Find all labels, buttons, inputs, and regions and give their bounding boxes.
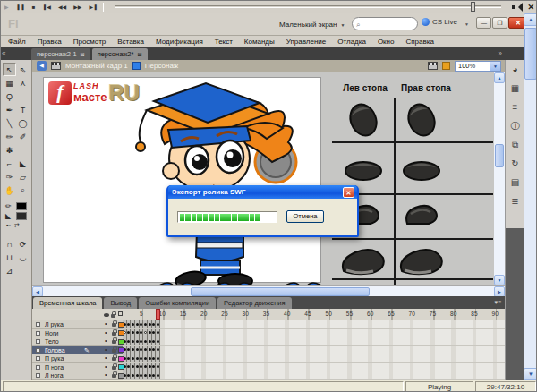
paint-bucket-tool[interactable]: ◣	[16, 157, 30, 170]
close-tab-icon[interactable]: ⊠	[137, 51, 141, 57]
layer-color-swatch[interactable]	[118, 322, 124, 328]
timeline-tab[interactable]: Вывод	[104, 297, 137, 309]
line-tool[interactable]: ╲	[3, 116, 16, 130]
seek-handle[interactable]	[471, 2, 475, 12]
timeline-frame-ruler[interactable]: 51015202530354045505560657075808590	[32, 309, 505, 320]
menu-item-Отладка[interactable]: Отладка	[337, 38, 366, 46]
menu-item-Вставка[interactable]: Вставка	[117, 38, 144, 46]
info-panel-icon[interactable]: ⓘ	[506, 116, 524, 135]
rotate-option[interactable]: ⟳	[16, 237, 30, 251]
edit-symbol-icon[interactable]	[442, 62, 450, 70]
playhead-marker[interactable]	[156, 309, 160, 320]
cs-live-button[interactable]: CS Live	[422, 18, 457, 26]
timeline-tab[interactable]: Редактор движения	[217, 297, 292, 309]
eyedropper-tool[interactable]: ✑	[3, 170, 16, 183]
layer-frames[interactable]	[123, 329, 505, 338]
layer-color-swatch[interactable]	[118, 364, 124, 370]
forward-button[interactable]: ▶▶	[73, 1, 81, 13]
layer-lock-icon[interactable]	[112, 349, 116, 353]
stroke-color-swatch[interactable]	[16, 202, 27, 210]
bone-tool[interactable]: ⌐	[3, 157, 16, 170]
rewind-button[interactable]: ◀◀	[58, 1, 66, 13]
layer-visibility-dot[interactable]: •	[105, 354, 107, 361]
3d-rotation-tool[interactable]: ⋏	[16, 76, 30, 89]
subselection-tool[interactable]: ⇖	[16, 63, 30, 76]
layer-lock-icon[interactable]	[112, 323, 116, 327]
edit-scene-icon[interactable]	[428, 62, 438, 70]
eraser-tool[interactable]: ▱	[16, 170, 30, 183]
layer-frames[interactable]	[123, 363, 505, 372]
layer-lock-icon[interactable]	[112, 332, 116, 336]
layer-frames[interactable]	[123, 337, 505, 346]
layer-name-cell[interactable]: Л рука•	[32, 320, 123, 329]
breadcrumb-symbol[interactable]: Персонаж	[145, 62, 178, 70]
layer-frames[interactable]	[123, 320, 505, 329]
show-hide-layers-icon[interactable]	[104, 313, 109, 317]
layer-visibility-dot[interactable]: •	[105, 371, 107, 378]
stage-pasteboard[interactable]: f LASH масте RU	[32, 72, 494, 285]
layer-lock-icon[interactable]	[112, 357, 116, 361]
dialog-close-button[interactable]: ✕	[343, 187, 354, 198]
playhead-line[interactable]	[158, 320, 159, 380]
close-button[interactable]: ✕	[508, 17, 524, 29]
chevron-down-icon[interactable]: ▼	[465, 21, 469, 27]
align-panel-icon[interactable]: ≡	[506, 98, 524, 116]
restore-button[interactable]: ❐	[492, 17, 507, 29]
pause-button[interactable]: ❚❚	[16, 1, 25, 13]
close-tab-icon[interactable]: ⊠	[81, 51, 85, 57]
layer-frames[interactable]	[123, 354, 505, 363]
scroll-thumb[interactable]	[191, 287, 370, 296]
stop-button[interactable]: ■	[32, 1, 36, 13]
player-vertical-scrollbar[interactable]: ▲ ▼	[524, 13, 537, 380]
stage-vertical-scrollbar[interactable]: ▲ ▼	[494, 72, 505, 285]
color-panel-icon[interactable]: ◕	[506, 60, 524, 79]
player-close-button[interactable]: ✕	[527, 3, 534, 12]
workspace-switcher[interactable]: Маленький экран ▼	[275, 18, 349, 31]
scroll-thumb[interactable]	[495, 144, 504, 167]
layer-visibility-dot[interactable]: •	[105, 320, 107, 327]
layer-name-cell[interactable]: П рука•	[32, 354, 123, 363]
layer-color-swatch[interactable]	[118, 339, 124, 345]
layer-name-cell[interactable]: Голова✎•	[32, 346, 123, 355]
document-tab[interactable]: персонаж2*⊠	[92, 48, 148, 60]
layer-name-cell[interactable]: Тело•	[32, 337, 123, 346]
layer-lock-icon[interactable]	[112, 374, 116, 378]
fill-color-swatch[interactable]	[16, 212, 27, 220]
default-colors-icon[interactable]: ▪▫	[6, 222, 11, 229]
scroll-thumb[interactable]	[524, 28, 537, 80]
menu-item-Справка[interactable]: Справка	[405, 38, 433, 46]
menu-item-Окно[interactable]: Окно	[378, 38, 395, 46]
menu-item-Команды[interactable]: Команды	[244, 38, 275, 46]
seek-bar[interactable]	[115, 5, 501, 8]
layer-visibility-dot[interactable]: •	[105, 346, 107, 353]
stage[interactable]	[43, 77, 321, 283]
timeline-tab[interactable]: Временная шкала	[33, 297, 102, 309]
layer-color-swatch[interactable]	[118, 330, 124, 336]
scroll-up-icon[interactable]: ▲	[494, 72, 505, 83]
menu-item-Управление[interactable]: Управление	[286, 38, 326, 46]
layer-name-cell[interactable]: П нога•	[32, 363, 123, 372]
minimize-button[interactable]: —	[476, 17, 491, 29]
scroll-up-icon[interactable]: ▲	[524, 13, 537, 26]
smooth-option[interactable]: ◡	[16, 251, 30, 264]
layer-visibility-dot[interactable]: •	[105, 337, 107, 344]
lock-layers-icon[interactable]	[111, 314, 115, 318]
overflow-tabs-icon[interactable]: »	[499, 49, 502, 57]
stage-horizontal-scrollbar[interactable]: ◀ ▶	[32, 285, 505, 296]
layer-frames[interactable]	[123, 346, 505, 355]
deco-tool[interactable]: ✽	[3, 143, 16, 157]
cancel-button[interactable]: Отмена	[286, 210, 324, 223]
layer-name-cell[interactable]: Л нога•	[32, 371, 123, 380]
layer-visibility-dot[interactable]: •	[105, 363, 107, 370]
hand-tool[interactable]: ✋	[3, 183, 16, 197]
next-frame-button[interactable]: ▶❚	[89, 1, 98, 13]
panel-menu-icon[interactable]: ▾≡	[494, 299, 501, 306]
menu-item-Правка[interactable]: Правка	[38, 38, 62, 46]
scroll-down-icon[interactable]: ▼	[524, 368, 537, 380]
text-tool[interactable]: T	[16, 103, 30, 116]
pen-tool[interactable]: ✒	[3, 103, 16, 116]
swatches-panel-icon[interactable]: ▦	[506, 79, 524, 98]
layer-lock-icon[interactable]	[112, 340, 116, 344]
timeline-tab[interactable]: Ошибки компиляции	[139, 297, 216, 309]
straighten-option[interactable]: ⊿	[3, 264, 16, 277]
